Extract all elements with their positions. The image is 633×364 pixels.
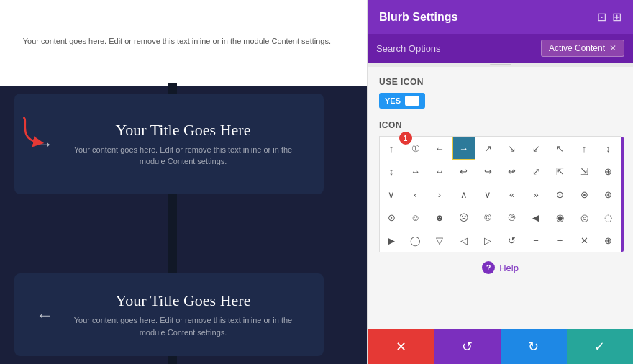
reset-button[interactable]: ↺ <box>434 329 500 364</box>
sign-bottom-content: Your Title Goes Here Your content goes h… <box>64 291 302 338</box>
save-button[interactable]: ✓ <box>567 329 633 364</box>
icon-grid-wrapper: ↑ 1 ① ← → ↗ ↘ ↙ ↖ ↑ ↕ ↕ ↔ <box>379 136 621 252</box>
icon-cell-1-4[interactable]: ↪ <box>476 160 499 183</box>
icon-cell-2-8[interactable]: ⊗ <box>573 183 596 206</box>
icon-cell-2-6[interactable]: » <box>524 183 547 206</box>
icon-cell-4-7[interactable]: + <box>549 229 572 252</box>
icon-cell-4-9[interactable]: ⊕ <box>597 229 620 252</box>
icon-cell-0-9[interactable]: ↕ <box>597 137 620 160</box>
icon-cell-4-0[interactable]: ▶ <box>380 229 403 252</box>
icon-cell-0-8[interactable]: ↑ <box>573 137 596 160</box>
icon-cell-0-5[interactable]: ↘ <box>501 137 524 160</box>
icon-cell-1-5[interactable]: ↫ <box>501 160 524 183</box>
icon-cell-3-1[interactable]: ☺ <box>404 206 427 229</box>
top-sign-text: Your content goes here. Edit or remove t… <box>23 35 331 48</box>
panel-header: Blurb Settings ⊡ ⊞ <box>368 0 633 34</box>
toggle-thumb <box>405 96 419 106</box>
active-content-close[interactable]: ✕ <box>609 43 616 53</box>
icon-cell-3-5[interactable]: ℗ <box>501 206 524 229</box>
icon-cell-0-4[interactable]: ↗ <box>476 137 499 160</box>
active-content-label: Active Content <box>549 43 605 53</box>
icon-cell-2-0[interactable]: ∨ <box>380 183 403 206</box>
icon-cell-3-6[interactable]: ◀ <box>524 206 547 229</box>
sign-middle[interactable]: → Your Title Goes Here Your content goes… <box>14 94 324 194</box>
panel-body: Use Icon YES Icon ↑ 1 ① <box>368 67 633 329</box>
icon-number-badge: 1 <box>399 132 412 145</box>
canvas-area: Your content goes here. Edit or remove t… <box>0 0 367 364</box>
use-icon-section: Use Icon YES <box>379 77 621 109</box>
panel-footer: ✕ ↺ ↻ ✓ <box>368 329 633 364</box>
icon-grid: ↑ 1 ① ← → ↗ ↘ ↙ ↖ ↑ ↕ ↕ ↔ <box>379 136 621 252</box>
icon-cell-4-2[interactable]: ▽ <box>428 229 451 252</box>
panel-header-icons: ⊡ ⊞ <box>597 10 621 24</box>
icon-cell-1-7[interactable]: ⇱ <box>549 160 572 183</box>
icon-cell-4-4[interactable]: ▷ <box>476 229 499 252</box>
icon-cell-4-3[interactable]: ◁ <box>452 229 475 252</box>
sign-bottom-title: Your Title Goes Here <box>64 291 302 310</box>
search-options-label[interactable]: Search Options <box>376 43 441 54</box>
icon-cell-1-2[interactable]: ↔ <box>428 160 451 183</box>
icon-cell-1-8[interactable]: ⇲ <box>573 160 596 183</box>
sign-middle-title: Your Title Goes Here <box>64 121 302 140</box>
icon-cell-1-1[interactable]: ↔ <box>404 160 427 183</box>
icon-cell-1-3[interactable]: ↩ <box>452 160 475 183</box>
icon-cell-0-1[interactable]: 1 ① <box>404 137 427 160</box>
icon-cell-0-3[interactable]: → <box>452 137 475 160</box>
sign-middle-text: Your content goes here. Edit or remove t… <box>64 144 302 168</box>
icon-cell-2-4[interactable]: ∨ <box>476 183 499 206</box>
icon-cell-3-0[interactable]: ⊙ <box>380 206 403 229</box>
help-label: Help <box>499 263 519 273</box>
use-icon-toggle[interactable]: YES <box>379 93 425 109</box>
help-icon: ? <box>482 261 495 274</box>
icon-cell-3-9[interactable]: ◌ <box>597 206 620 229</box>
refresh-button[interactable]: ↻ <box>501 329 567 364</box>
columns-icon[interactable]: ⊞ <box>612 10 621 24</box>
icon-cell-3-3[interactable]: ☹ <box>452 206 475 229</box>
icon-cell-1-9[interactable]: ⊕ <box>597 160 620 183</box>
icon-cell-3-8[interactable]: ◎ <box>573 206 596 229</box>
sign-middle-content: Your Title Goes Here Your content goes h… <box>64 121 302 168</box>
icon-cell-4-6[interactable]: − <box>524 229 547 252</box>
blurb-settings-panel: Blurb Settings ⊡ ⊞ Search Options Active… <box>367 0 633 364</box>
icon-cell-2-1[interactable]: ‹ <box>404 183 427 206</box>
icon-cell-2-7[interactable]: ⊙ <box>549 183 572 206</box>
active-content-badge: Active Content ✕ <box>541 40 624 57</box>
toggle-yes-text: YES <box>385 96 401 105</box>
icon-cell-3-7[interactable]: ◉ <box>549 206 572 229</box>
icon-cell-2-5[interactable]: « <box>501 183 524 206</box>
icon-cell-1-0[interactable]: ↕ <box>380 160 403 183</box>
expand-icon[interactable]: ⊡ <box>597 10 606 24</box>
icon-cell-2-2[interactable]: › <box>428 183 451 206</box>
panel-title: Blurb Settings <box>379 11 457 24</box>
sign-bottom[interactable]: ← Your Title Goes Here Your content goes… <box>14 273 324 356</box>
icon-cell-2-3[interactable]: ∧ <box>452 183 475 206</box>
use-icon-toggle-row: YES <box>379 93 621 109</box>
arrow-indicator <box>11 112 54 158</box>
cancel-button[interactable]: ✕ <box>368 329 434 364</box>
icon-cell-2-9[interactable]: ⊛ <box>597 183 620 206</box>
search-options-bar: Search Options Active Content ✕ <box>368 34 633 63</box>
sign-bottom-text: Your content goes here. Edit or remove t… <box>64 314 302 338</box>
sign-bottom-icon: ← <box>36 305 53 325</box>
icon-section: Icon ↑ 1 ① ← → ↗ ↘ ↙ ↖ <box>379 120 621 252</box>
icon-cell-0-2[interactable]: ← <box>428 137 451 160</box>
icon-cell-3-2[interactable]: ☻ <box>428 206 451 229</box>
icon-cell-0-7[interactable]: ↖ <box>549 137 572 160</box>
icon-cell-4-8[interactable]: ✕ <box>573 229 596 252</box>
icon-cell-3-4[interactable]: © <box>476 206 499 229</box>
icon-section-label: Icon <box>379 120 621 130</box>
icon-cell-0-6[interactable]: ↙ <box>524 137 547 160</box>
icon-cell-4-5[interactable]: ↺ <box>501 229 524 252</box>
icon-cell-4-1[interactable]: ◯ <box>404 229 427 252</box>
use-icon-label: Use Icon <box>379 77 621 87</box>
icon-cell-1-6[interactable]: ⤢ <box>524 160 547 183</box>
help-row[interactable]: ? Help <box>379 252 621 283</box>
